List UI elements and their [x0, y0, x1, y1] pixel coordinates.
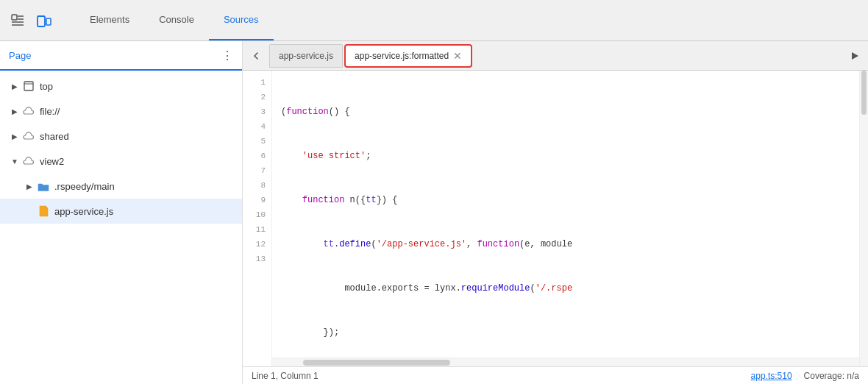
frame-icon: [22, 79, 35, 93]
tab-sources[interactable]: Sources: [209, 0, 274, 40]
code-line-5: module.exports = lynx.requireModule('/.r…: [281, 281, 859, 296]
status-right: app.ts:510 Coverage: n/a: [751, 371, 859, 381]
file-tab-original[interactable]: app-service.js: [269, 44, 343, 68]
horizontal-scrollbar[interactable]: [272, 358, 859, 366]
folder-icon: [37, 179, 50, 193]
tree-item-top[interactable]: ▶ top: [0, 74, 242, 99]
tree-item-file[interactable]: ▶ file://: [0, 99, 242, 124]
sidebar-tree: ▶ top ▶ file://: [0, 71, 242, 384]
svg-rect-6: [46, 18, 51, 25]
coverage-label: Coverage: n/a: [804, 371, 859, 381]
code-line-1: (function() {: [281, 104, 859, 119]
tree-label-top: top: [40, 81, 53, 92]
sidebar-title: Page: [9, 50, 31, 61]
toolbar: Elements Console Sources: [0, 0, 868, 41]
horizontal-scrollbar-thumb[interactable]: [303, 360, 450, 366]
status-bar: Line 1, Column 1 app.ts:510 Coverage: n/…: [243, 366, 868, 384]
tree-item-rspeedy[interactable]: ▶ .rspeedy/main: [0, 174, 242, 199]
tree-item-shared[interactable]: ▶ shared: [0, 124, 242, 149]
code-line-4: tt.define('/app-service.js', function(e,…: [281, 237, 859, 252]
run-snippet-icon[interactable]: [844, 46, 865, 66]
vertical-scrollbar-thumb[interactable]: [861, 71, 867, 115]
tree-arrow-shared: ▶: [9, 130, 21, 142]
sidebar: Page ⋮ ▶ top ▶: [0, 41, 243, 384]
tab-console[interactable]: Console: [144, 0, 209, 40]
cursor-position: Line 1, Column 1: [252, 371, 319, 381]
sidebar-more-icon[interactable]: ⋮: [221, 49, 233, 63]
file-tab-formatted[interactable]: app-service.js:formatted ✕: [344, 44, 472, 68]
code-line-6: });: [281, 325, 859, 340]
file-tab-formatted-label: app-service.js:formatted: [355, 51, 449, 61]
cloud-icon-file: [22, 104, 35, 118]
file-tab-close-icon[interactable]: ✕: [453, 50, 462, 62]
tree-label-view2: view2: [40, 156, 64, 167]
file-tab-original-label: app-service.js: [279, 51, 333, 61]
file-tabs-bar: app-service.js app-service.js:formatted …: [243, 41, 868, 71]
content-area: app-service.js app-service.js:formatted …: [243, 41, 868, 384]
cloud-icon-shared: [22, 129, 35, 143]
device-toggle-icon[interactable]: [34, 10, 54, 31]
tree-arrow-file: ▶: [9, 105, 21, 117]
tree-label-rspeedy: .rspeedy/main: [54, 181, 115, 192]
tree-item-appservice[interactable]: ▶ app-service.js: [0, 199, 242, 224]
svg-rect-5: [38, 16, 45, 26]
tree-arrow-view2: ▼: [9, 155, 21, 167]
code-content: (function() { 'use strict'; function n({…: [272, 71, 859, 358]
line-numbers: 1 2 3 4 5 6 7 8 9 10 11 12 13: [243, 71, 272, 366]
tree-label-shared: shared: [40, 131, 69, 142]
tab-elements[interactable]: Elements: [75, 0, 144, 40]
tree-arrow-top: ▶: [9, 80, 21, 92]
source-link[interactable]: app.ts:510: [751, 371, 792, 381]
svg-rect-7: [24, 82, 33, 90]
tab-prev-icon[interactable]: [246, 46, 266, 66]
toolbar-tabs: Elements Console Sources: [75, 0, 274, 40]
tree-arrow-rspeedy: ▶: [24, 180, 35, 192]
file-icon: [37, 205, 50, 218]
main-area: Page ⋮ ▶ top ▶: [0, 41, 868, 384]
code-line-2: 'use strict';: [281, 149, 859, 163]
tree-label-appservice: app-service.js: [54, 206, 113, 217]
vertical-scrollbar[interactable]: [859, 71, 868, 366]
tree-label-file: file://: [40, 106, 60, 117]
code-editor: 1 2 3 4 5 6 7 8 9 10 11 12 13 (function(…: [243, 71, 868, 366]
inspect-element-icon[interactable]: [7, 10, 28, 31]
sidebar-header: Page ⋮: [0, 41, 242, 71]
svg-rect-0: [12, 15, 17, 20]
code-line-3: function n({tt}) {: [281, 193, 859, 207]
cloud-icon-view2: [22, 154, 35, 168]
tree-item-view2[interactable]: ▼ view2: [0, 149, 242, 174]
